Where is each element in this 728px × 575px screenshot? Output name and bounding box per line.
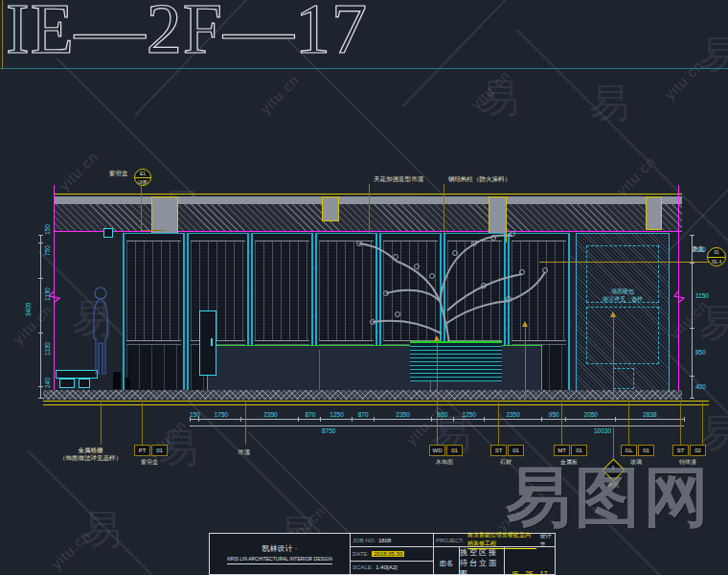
dimension-tick	[690, 235, 694, 236]
dimension-tick	[38, 398, 43, 399]
material-tag: PT01	[134, 445, 168, 456]
reference-line	[539, 262, 709, 263]
watermark-site-text: yitu.cn	[10, 301, 56, 347]
watermark-site-text: yitu.cn	[56, 148, 102, 194]
dimension-value: 950	[542, 411, 566, 419]
window-bay	[123, 233, 185, 392]
ceiling-column-stub	[151, 196, 178, 234]
dimension-tick	[38, 278, 43, 279]
sheet-number: IE—2F—17	[504, 547, 555, 575]
dimension-tick	[38, 235, 43, 236]
leader-line	[245, 402, 246, 445]
material-caption: 金属板	[548, 458, 590, 467]
dimension-tick	[38, 333, 43, 334]
dimension-value: 1150	[695, 292, 709, 299]
steel-note: 钢结构柱（防火涂料）	[448, 175, 511, 183]
panel-joint-dashed	[586, 307, 659, 364]
scale-label: SCALE:	[353, 564, 373, 570]
date-label: DATE:	[353, 551, 369, 557]
titleblock-meta: JOB NO:1808 DATE:2018.05.30 SCALE:1:40[A…	[351, 534, 434, 574]
titleblock-company: 凯林设计 · KRIS LIN ARCHITECTURAL INTERIOR D…	[210, 534, 351, 574]
project-side: 设计方	[540, 532, 553, 549]
dimension-tick	[690, 328, 694, 329]
material-code: GL	[621, 445, 637, 456]
title-divider-line	[0, 68, 728, 69]
dimension-tick	[565, 417, 566, 422]
material-note: 金属格栅（饰面做法详见选样）	[59, 447, 122, 462]
leader-line	[437, 340, 438, 402]
watermark-glyph: 易	[81, 503, 122, 557]
ceiling-column-stub	[646, 196, 662, 230]
dimension-tick	[298, 417, 299, 422]
dimension-tick	[38, 242, 43, 243]
material-caption: 特殊漆	[667, 458, 709, 467]
bench-leg	[59, 379, 75, 388]
glass-panel	[126, 241, 181, 341]
material-caption: 木饰面	[423, 458, 466, 467]
dimension-tick	[374, 417, 375, 422]
break-symbol	[672, 291, 686, 305]
leader-line	[628, 402, 629, 445]
job-label: JOB NO:	[353, 538, 375, 543]
dimension-value: 400	[695, 383, 706, 390]
dimension-value: 2050	[566, 411, 616, 419]
reference-bubble: 01 ISL.4	[707, 247, 726, 266]
dimension-tick	[541, 417, 542, 422]
material-tag: MT01	[554, 445, 587, 456]
ceiling-detail-marker	[103, 228, 113, 238]
page-title: IE—2F—17	[6, 0, 368, 70]
dimension-value: 1130	[44, 288, 51, 301]
dimension-tick	[38, 386, 43, 387]
project-label: PROJECT:	[436, 538, 464, 543]
dimension-value: 870	[299, 411, 321, 419]
dimension-value: 750	[44, 245, 51, 256]
dimension-subtotal: 10030	[594, 427, 611, 434]
dimension-line	[692, 235, 693, 398]
material-code: 01	[151, 445, 168, 456]
leader-line	[680, 402, 681, 445]
material-code: MT	[554, 445, 570, 456]
material-code: 02	[690, 445, 706, 456]
dimension-tick	[484, 417, 485, 422]
material-caption: 窗帘盒	[128, 458, 171, 467]
dimension-tick	[615, 417, 616, 422]
leader-line	[613, 316, 614, 402]
dimension-value: 2838	[616, 411, 684, 419]
panel-note: 墙面硬包 做法详见：选样	[582, 288, 663, 303]
job-value: 1808	[378, 538, 391, 543]
material-code: ST	[490, 445, 507, 456]
tree-planter	[410, 341, 502, 381]
dimension-tick	[690, 263, 694, 264]
material-tag: GL01	[621, 445, 654, 456]
ceiling-column-stub	[322, 196, 339, 221]
dimension-subtotal: 8750	[322, 427, 335, 434]
material-tag: ST02	[672, 445, 706, 456]
material-tag: WD01	[429, 445, 463, 456]
dimension-value: 240	[44, 378, 51, 388]
dimension-tick	[684, 417, 685, 422]
title-stamp: 图名	[434, 547, 460, 575]
material-code: ST	[672, 445, 689, 456]
detail-bubble: E1 详图	[134, 169, 151, 186]
leader-line	[369, 184, 370, 233]
human-figure	[86, 286, 115, 378]
leader-arrow	[522, 321, 528, 327]
material-code: 01	[638, 445, 654, 456]
floor-object	[125, 378, 130, 389]
cad-drawing-sheet: yitu.cnyitu.cnyitu.cnyitu.cnyitu.cnyitu.…	[0, 0, 728, 575]
leader-line	[101, 402, 102, 445]
dimension-value: 1250	[321, 411, 352, 419]
floor-line-2	[43, 404, 709, 405]
leader-line	[142, 402, 143, 445]
dimension-value: 150	[44, 224, 51, 235]
material-code: 01	[571, 445, 587, 456]
material-code: PT	[134, 445, 150, 456]
leader-line	[498, 402, 499, 445]
leader-line	[525, 326, 526, 402]
material-label: 吊顶	[238, 448, 250, 456]
dimension-value: 1750	[200, 411, 242, 419]
dimension-tick	[198, 417, 199, 422]
dimension-tick	[190, 417, 191, 422]
dimension-total: 3400	[25, 303, 32, 316]
dimension-value: 500	[695, 246, 706, 253]
